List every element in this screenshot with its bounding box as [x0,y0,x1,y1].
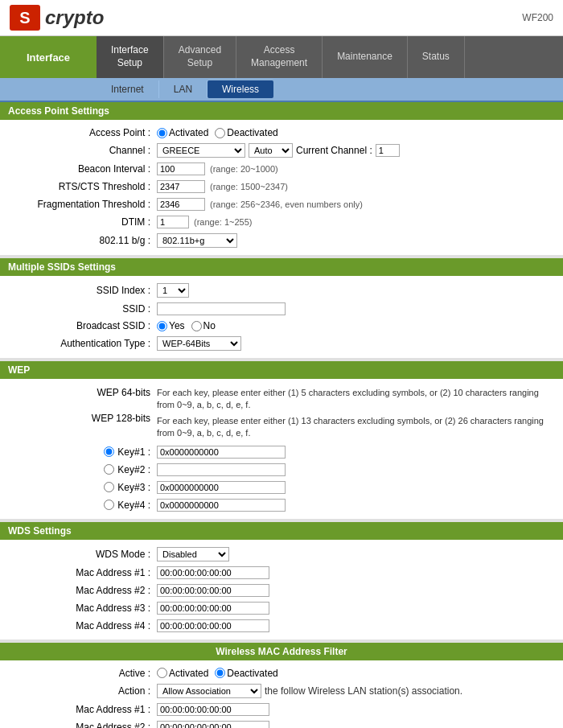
key4-label: Key#4 : [117,500,150,511]
access-point-value: Activated Deactivated [157,127,278,138]
key3-input[interactable] [157,481,286,494]
wds-mac4-label: Mac Address #4 : [8,620,157,631]
wm-mac2-label: Mac Address #2 : [8,722,157,728]
wds-mac1-row: Mac Address #1 : [0,564,563,582]
access-point-body: Access Point : Activated Deactivated Cha… [0,120,563,255]
key3-row: Key#3 : [0,479,563,496]
activated-radio[interactable] [157,128,167,138]
key1-radio[interactable] [104,446,114,457]
wm-mac1-input[interactable] [157,703,269,716]
wm-activated-radio[interactable] [157,668,167,678]
broadcast-yes-radio[interactable] [157,321,167,331]
channel-select[interactable]: GREECE [157,143,245,158]
action-select[interactable]: Allow Association Deny Association [157,684,261,698]
wds-mac4-input[interactable] [157,619,269,632]
wm-mac1-label: Mac Address #1 : [8,704,157,715]
dtim-input[interactable] [157,216,189,228]
wds-mac2-row: Mac Address #2 : [0,582,563,599]
access-point-header: Access Point Settings [0,102,563,120]
frag-input[interactable] [157,198,205,211]
dot11-label: 802.11 b/g : [8,235,157,246]
frag-row: Fragmentation Threshold : (range: 256~23… [0,195,563,213]
channel-auto-select[interactable]: Auto [249,143,293,158]
wep-desc-texts: For each key, please enter either (1) 5 … [157,387,555,440]
key4-input[interactable] [157,499,286,512]
wep-section: WEP WEP 64-bits WEP 128-bits For each ke… [0,361,563,519]
ssid-input[interactable] [157,302,286,315]
deactivated-radio[interactable] [215,128,225,138]
wireless-mac-body: Active : Activated Deactivated Action : [0,660,563,728]
auth-type-select[interactable]: WEP-64Bits WEP-128Bits WPA-PSK Open [157,336,241,351]
frag-range: (range: 256~2346, even numbers only) [210,199,363,209]
wds-mode-select[interactable]: Disabled Enabled [157,547,229,561]
tab-access-management[interactable]: AccessManagement [236,36,323,78]
wm-deactivated-label[interactable]: Deactivated [215,668,277,679]
tab-maintenance[interactable]: Maintenance [323,36,408,78]
dtim-row: DTIM : (range: 1~255) [0,213,563,231]
tab-advanced-setup[interactable]: AdvancedSetup [164,36,236,78]
wireless-mac-header: Wireless MAC Address Filter [0,643,563,660]
beacon-value: (range: 20~1000) [157,162,278,175]
wds-body: WDS Mode : Disabled Enabled Mac Address … [0,540,563,640]
wds-mac1-input[interactable] [157,566,269,579]
action-row: Action : Allow Association Deny Associat… [0,681,563,701]
broadcast-ssid-value: Yes No [157,320,216,331]
key3-radio[interactable] [104,482,114,492]
key2-label-area: Key#2 : [8,464,157,475]
dot11-select[interactable]: 802.11b+g 802.11b 802.11g [157,233,237,248]
wds-mode-row: WDS Mode : Disabled Enabled [0,545,563,564]
current-channel-label: Current Channel : [296,145,372,156]
frag-value: (range: 256~2346, even numbers only) [157,198,363,211]
wm-deactivated-radio[interactable] [215,668,225,678]
activated-radio-label[interactable]: Activated [157,127,208,138]
wds-mac4-row: Mac Address #4 : [0,617,563,635]
logo-brand: crypto [45,6,104,29]
wds-mac2-input[interactable] [157,584,269,597]
wep64-desc: For each key, please enter either (1) 5 … [157,387,555,412]
channel-value: GREECE Auto Current Channel : [157,143,400,158]
wds-mac3-input[interactable] [157,602,269,615]
sub-tab-internet[interactable]: Internet [97,80,158,98]
wm-activated-label[interactable]: Activated [157,668,208,679]
ssid-index-select[interactable]: 1 2 3 4 [157,283,189,298]
beacon-input[interactable] [157,162,205,175]
nav-tabs: InterfaceSetup AdvancedSetup AccessManag… [97,36,563,78]
action-label: Action : [8,685,157,697]
key2-input[interactable] [157,463,286,476]
key1-row: Key#1 : [0,443,563,461]
active-row: Active : Activated Deactivated [0,665,563,681]
ssid-label: SSID : [8,303,157,315]
sub-tab-wireless[interactable]: Wireless [208,80,273,98]
nav-interface: Interface [0,36,97,78]
dtim-value: (range: 1~255) [157,216,252,228]
wds-mode-label: WDS Mode : [8,549,157,560]
current-channel-input[interactable] [376,144,400,157]
dtim-range: (range: 1~255) [194,217,252,227]
wds-mac2-label: Mac Address #2 : [8,585,157,596]
wm-mac1-row: Mac Address #1 : [0,701,563,718]
rts-input[interactable] [157,180,205,193]
channel-label: Channel : [8,145,157,156]
broadcast-no-radio[interactable] [191,321,202,331]
key1-input[interactable] [157,446,286,459]
key1-label-area: Key#1 : [8,446,157,458]
action-value: Allow Association Deny Association the f… [157,684,462,698]
wm-mac2-row: Mac Address #2 : [0,718,563,728]
auth-type-row: Authentication Type : WEP-64Bits WEP-128… [0,334,563,353]
rts-label: RTS/CTS Threshold : [8,181,157,192]
tab-status[interactable]: Status [408,36,465,78]
key4-radio[interactable] [104,500,114,510]
wep128-desc: For each key, please enter either (1) 13… [157,415,555,440]
sub-tab-lan[interactable]: LAN [158,80,208,98]
key2-radio[interactable] [104,464,114,475]
broadcast-yes-label[interactable]: Yes [157,320,185,331]
dot11-value: 802.11b+g 802.11b 802.11g [157,233,237,248]
broadcast-no-label[interactable]: No [191,320,216,331]
deactivated-radio-label[interactable]: Deactivated [215,127,277,138]
wm-mac2-input[interactable] [157,721,269,728]
beacon-range: (range: 20~1000) [210,164,278,174]
ssid-index-value: 1 2 3 4 [157,283,189,298]
key3-label-area: Key#3 : [8,482,157,493]
tab-interface-setup[interactable]: InterfaceSetup [97,36,164,78]
nav-bar: Interface InterfaceSetup AdvancedSetup A… [0,36,563,78]
